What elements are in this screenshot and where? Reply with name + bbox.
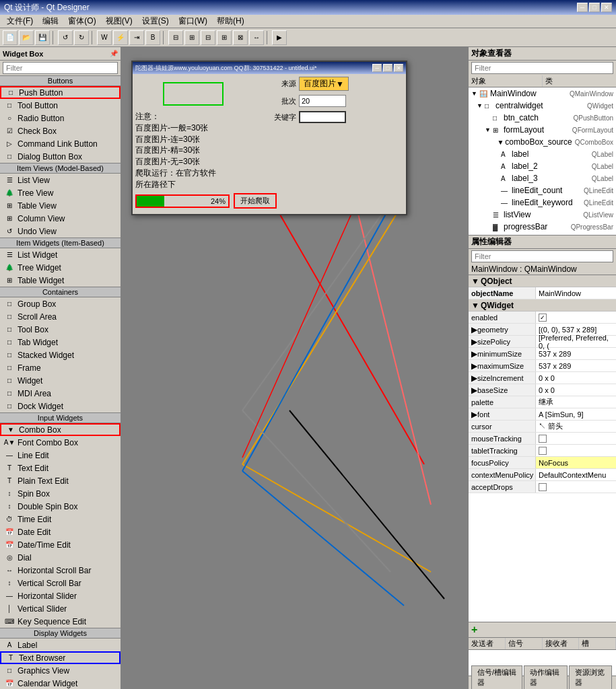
design-window[interactable]: 陀图器-搞娃源www.youluoyuan.com QQ群: 307531422… <box>131 61 407 215</box>
layout-v-btn[interactable]: ⊞ <box>184 30 199 45</box>
widget-double-spin-box[interactable]: ↕ Double Spin Box <box>0 500 121 513</box>
widget-text-browser[interactable]: T Text Browser <box>0 651 121 664</box>
widget-combo-box[interactable]: ▼ Combo Box <box>0 423 121 436</box>
tree-label2[interactable]: A label_2 QLabel <box>469 160 616 172</box>
tree-mainwindow[interactable]: ▼ 🪟 MainWindow QMainWindow <box>469 87 616 100</box>
category-display-widgets[interactable]: Display Widgets <box>0 628 121 639</box>
prop-maxsize[interactable]: ▶ maximumSize 537 x 289 <box>469 360 616 372</box>
widget-tree-widget[interactable]: 🌲 Tree Widget <box>0 261 121 274</box>
menu-window[interactable]: 窗口(W) <box>174 15 211 28</box>
tree-lineedit-count[interactable]: — lineEdit_count QLineEdit <box>469 184 616 196</box>
widget-tree-view[interactable]: 🌲 Tree View <box>0 186 121 199</box>
adjust-size-btn[interactable]: ↔ <box>249 30 264 45</box>
prop-focuspolicy[interactable]: focusPolicy NoFocus <box>469 457 616 469</box>
minimize-btn[interactable]: ─ <box>577 3 588 12</box>
widget-datetime-edit[interactable]: 📅 Date/Time Edit <box>0 538 121 551</box>
buddy-btn[interactable]: B <box>145 30 160 45</box>
source-combo[interactable]: 百度图片 ▼ <box>299 77 349 91</box>
widget-label[interactable]: A Label <box>0 639 121 651</box>
widget-group-box[interactable]: □ Group Box <box>0 297 121 310</box>
prop-minsize[interactable]: ▶ minimumSize 537 x 289 <box>469 348 616 360</box>
widget-tab-widget[interactable]: □ Tab Widget <box>0 336 121 349</box>
widget-dock-widget[interactable]: □ Dock Widget <box>0 400 121 412</box>
widget-check-box[interactable]: ☑ Check Box <box>0 124 121 137</box>
prop-tablettracking[interactable]: tabletTracking <box>469 445 616 457</box>
widget-list-widget[interactable]: ☰ List Widget <box>0 248 121 261</box>
widget-plain-text-edit[interactable]: T Plain Text Edit <box>0 474 121 487</box>
acceptdrops-checkbox[interactable] <box>539 483 547 491</box>
prop-filter-input[interactable] <box>471 250 613 262</box>
widget-mdi-area[interactable]: □ MDI Area <box>0 387 121 400</box>
layout-grid-btn[interactable]: ⊟ <box>201 30 215 45</box>
tree-label[interactable]: A label QLabel <box>469 148 616 160</box>
prop-acceptdrops[interactable]: acceptDrops <box>469 481 616 493</box>
obj-filter-input[interactable] <box>471 62 613 74</box>
widget-tool-box[interactable]: □ Tool Box <box>0 323 121 336</box>
prop-enabled[interactable]: enabled ✓ <box>469 312 616 324</box>
widget-push-button[interactable]: □ Push Button <box>0 86 121 99</box>
layout-h-btn[interactable]: ⊟ <box>168 30 183 45</box>
widget-key-seq-edit[interactable]: ⌨ Key Sequence Edit <box>0 615 121 628</box>
open-btn[interactable]: 📂 <box>19 30 34 45</box>
menu-help[interactable]: 帮助(H) <box>213 15 248 28</box>
widget-table-view[interactable]: ⊞ Table View <box>0 199 121 212</box>
widget-graphics-view[interactable]: □ Graphics View <box>0 664 121 677</box>
menu-edit[interactable]: 编辑 <box>38 15 63 28</box>
category-containers[interactable]: Containers <box>0 287 121 297</box>
keyword-input[interactable] <box>299 111 346 123</box>
prop-cursor[interactable]: cursor ↖ 箭头 <box>469 421 616 433</box>
prop-palette[interactable]: palette 继承 <box>469 396 616 408</box>
tab-order-btn[interactable]: ⇥ <box>129 30 144 45</box>
tree-combobox-source[interactable]: ▼ comboBox_source QComboBox <box>469 136 616 148</box>
tree-formlayout[interactable]: ▼ ⊞ formLayout QFormLayout <box>469 124 616 136</box>
category-input-widgets[interactable]: Input Widgets <box>0 412 121 423</box>
connect-btn[interactable]: ⚡ <box>113 30 128 45</box>
widget-filter-input[interactable] <box>3 62 118 74</box>
widget-box-pin[interactable]: 📌 <box>110 50 118 57</box>
tree-lineedit-keyword[interactable]: — lineEdit_keyword QLineEdit <box>469 196 616 209</box>
widget-edit-btn[interactable]: W <box>97 30 112 45</box>
redo-btn[interactable]: ↻ <box>74 30 89 45</box>
preview-btn[interactable]: ▶ <box>272 30 287 45</box>
start-button[interactable]: 开始爬取 <box>234 193 277 209</box>
widget-table-widget[interactable]: ⊞ Table Widget <box>0 274 121 287</box>
widget-dial[interactable]: ◎ Dial <box>0 551 121 564</box>
menu-file[interactable]: 文件(F) <box>3 15 37 28</box>
widget-date-edit[interactable]: 📅 Date Edit <box>0 525 121 538</box>
category-buttons[interactable]: Buttons <box>0 75 121 86</box>
widget-stacked-widget[interactable]: □ Stacked Widget <box>0 349 121 361</box>
signal-add-button[interactable]: + <box>471 624 477 636</box>
mousetracking-checkbox[interactable] <box>539 435 547 443</box>
batch-input[interactable] <box>299 95 346 107</box>
widget-tool-button[interactable]: □ Tool Button <box>0 99 121 112</box>
tree-listview[interactable]: ☰ listView QListView <box>469 209 616 221</box>
canvas-area[interactable]: 陀图器-搞娃源www.youluoyuan.com QQ群: 307531422… <box>121 47 468 689</box>
menu-view[interactable]: 视图(V) <box>102 15 137 28</box>
widget-command-link[interactable]: ▷ Command Link Button <box>0 137 121 150</box>
tab-resource-browser[interactable]: 资源浏览器 <box>569 665 612 689</box>
widget-dialog-button[interactable]: □ Dialog Button Box <box>0 150 121 163</box>
widget-column-view[interactable]: ⊞ Column View <box>0 212 121 225</box>
layout-form-btn[interactable]: ⊞ <box>217 30 232 45</box>
widget-time-edit[interactable]: ⏱ Time Edit <box>0 513 121 525</box>
prop-objectname[interactable]: objectName MainWindow <box>469 287 616 299</box>
tree-progressbar[interactable]: ▓ progressBar QProgressBar <box>469 221 616 233</box>
menu-settings[interactable]: 设置(S) <box>138 15 173 28</box>
maximize-btn[interactable]: □ <box>589 3 600 12</box>
undo-btn[interactable]: ↺ <box>58 30 73 45</box>
tab-action-editor[interactable]: 动作编辑器 <box>524 665 567 689</box>
widget-radio-button[interactable]: ○ Radio Button <box>0 112 121 124</box>
widget-h-scrollbar[interactable]: ↔ Horizontal Scroll Bar <box>0 564 121 577</box>
save-btn[interactable]: 💾 <box>35 30 50 45</box>
prop-sizeincrement[interactable]: ▶ sizeIncrement 0 x 0 <box>469 372 616 384</box>
tab-signal-slot[interactable]: 信号/槽编辑器 <box>471 665 522 689</box>
dw-minimize[interactable]: ─ <box>372 64 382 72</box>
new-btn[interactable]: 📄 <box>3 30 18 45</box>
prop-font[interactable]: ▶ font A [SimSun, 9] <box>469 408 616 421</box>
category-item-views[interactable]: Item Views (Model-Based) <box>0 163 121 174</box>
widget-v-slider[interactable]: │ Vertical Slider <box>0 602 121 615</box>
dw-maximize[interactable]: □ <box>383 64 392 72</box>
break-layout-btn[interactable]: ⊠ <box>233 30 248 45</box>
widget-spin-box[interactable]: ↕ Spin Box <box>0 487 121 500</box>
menu-form[interactable]: 窗体(O) <box>64 15 100 28</box>
